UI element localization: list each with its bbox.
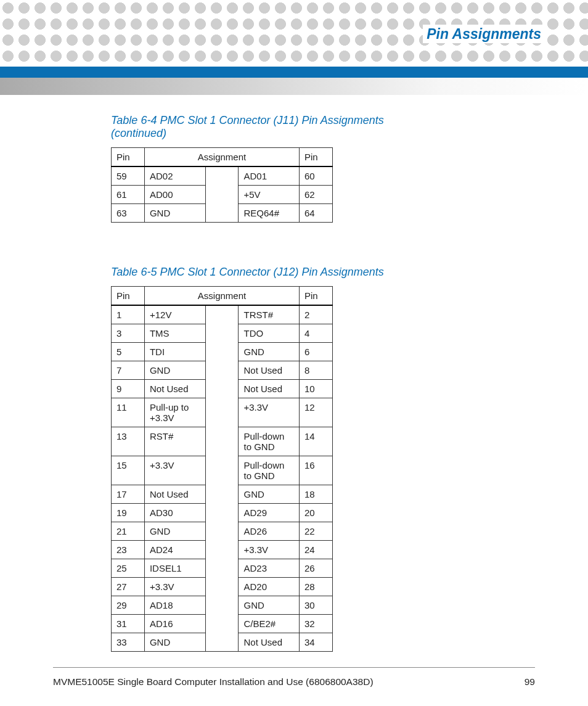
table-row: 33GNDNot Used34 — [112, 633, 333, 652]
assignment-right: Not Used — [239, 633, 300, 652]
table-row: 61AD00+5V62 — [112, 186, 333, 204]
assignment-gap — [205, 305, 239, 324]
header-blue-bar — [0, 67, 588, 78]
assignment-left: GND — [144, 361, 205, 380]
assignment-left: AD16 — [144, 615, 205, 633]
assignment-left: RST# — [144, 427, 205, 456]
pin-right: 34 — [300, 633, 333, 652]
pin-right: 12 — [300, 398, 333, 427]
assignment-left: AD24 — [144, 541, 205, 559]
assignment-gap — [205, 324, 239, 343]
col-assignment: Assignment — [144, 148, 299, 167]
assignment-gap — [205, 559, 239, 578]
assignment-gap — [205, 380, 239, 398]
assignment-right: AD20 — [239, 578, 300, 596]
pin-left: 15 — [112, 456, 145, 485]
assignment-right: Pull-down to GND — [239, 456, 300, 485]
col-assignment: Assignment — [144, 287, 299, 306]
assignment-right: TDO — [239, 324, 300, 343]
table-row: 23AD24+3.3V24 — [112, 541, 333, 559]
assignment-right: AD29 — [239, 504, 300, 522]
assignment-gap — [205, 343, 239, 361]
table-row: 11Pull-up to +3.3V+3.3V12 — [112, 398, 333, 427]
table-row: 15+3.3VPull-down to GND16 — [112, 456, 333, 485]
assignment-right: GND — [239, 343, 300, 361]
pin-right: 64 — [300, 204, 333, 223]
assignment-left: +3.3V — [144, 456, 205, 485]
assignment-left: +12V — [144, 305, 205, 324]
table-header-row: Pin Assignment Pin — [112, 287, 333, 306]
assignment-gap — [205, 485, 239, 504]
assignment-right: AD26 — [239, 522, 300, 541]
table-row: 25IDSEL1AD2326 — [112, 559, 333, 578]
pin-right: 28 — [300, 578, 333, 596]
assignment-right: Not Used — [239, 380, 300, 398]
table-row: 29AD18GND30 — [112, 596, 333, 615]
assignment-gap — [205, 398, 239, 427]
assignment-left: AD30 — [144, 504, 205, 522]
assignment-right: AD01 — [239, 166, 300, 186]
pin-right: 32 — [300, 615, 333, 633]
assignment-left: GND — [144, 633, 205, 652]
assignment-left: AD00 — [144, 186, 205, 204]
pin-table-j11: Pin Assignment Pin 59AD02AD016061AD00+5V… — [111, 147, 333, 223]
pin-left: 23 — [112, 541, 145, 559]
assignment-left: Not Used — [144, 485, 205, 504]
assignment-right: AD23 — [239, 559, 300, 578]
assignment-gap — [205, 633, 239, 652]
footer: MVME51005E Single Board Computer Install… — [53, 676, 535, 688]
table-header-row: Pin Assignment Pin — [112, 148, 333, 167]
assignment-gap — [205, 578, 239, 596]
pin-left: 3 — [112, 324, 145, 343]
pin-left: 21 — [112, 522, 145, 541]
assignment-left: GND — [144, 204, 205, 223]
table-row: 17Not UsedGND18 — [112, 485, 333, 504]
pin-left: 29 — [112, 596, 145, 615]
assignment-right: TRST# — [239, 305, 300, 324]
pin-left: 61 — [112, 186, 145, 204]
col-pin-left: Pin — [112, 148, 145, 167]
pin-right: 62 — [300, 186, 333, 204]
pin-left: 13 — [112, 427, 145, 456]
pin-right: 6 — [300, 343, 333, 361]
pin-left: 33 — [112, 633, 145, 652]
pin-right: 20 — [300, 504, 333, 522]
table-row: 3TMSTDO4 — [112, 324, 333, 343]
table-row: 27+3.3VAD2028 — [112, 578, 333, 596]
assignment-right: +3.3V — [239, 398, 300, 427]
footer-rule — [53, 667, 535, 668]
assignment-right: Not Used — [239, 361, 300, 380]
pin-left: 59 — [112, 166, 145, 186]
table-row: 9Not UsedNot Used10 — [112, 380, 333, 398]
assignment-left: AD02 — [144, 166, 205, 186]
pin-left: 11 — [112, 398, 145, 427]
pin-right: 14 — [300, 427, 333, 456]
assignment-gap — [205, 541, 239, 559]
table-row: 19AD30AD2920 — [112, 504, 333, 522]
assignment-left: GND — [144, 522, 205, 541]
pin-left: 63 — [112, 204, 145, 223]
table-row: 63GNDREQ64#64 — [112, 204, 333, 223]
pin-left: 27 — [112, 578, 145, 596]
table-caption: Table 6-5 PMC Slot 1 Connector (J12) Pin… — [111, 266, 431, 279]
pin-right: 26 — [300, 559, 333, 578]
assignment-gap — [205, 596, 239, 615]
assignment-gap — [205, 166, 239, 186]
footer-doc-title: MVME51005E Single Board Computer Install… — [53, 676, 374, 688]
assignment-gap — [205, 186, 239, 204]
pin-right: 4 — [300, 324, 333, 343]
pin-right: 2 — [300, 305, 333, 324]
pin-left: 19 — [112, 504, 145, 522]
pin-left: 31 — [112, 615, 145, 633]
assignment-gap — [205, 456, 239, 485]
assignment-gap — [205, 615, 239, 633]
assignment-left: Pull-up to +3.3V — [144, 398, 205, 427]
table-row: 7GNDNot Used8 — [112, 361, 333, 380]
table-row: 5TDIGND6 — [112, 343, 333, 361]
table-row: 1+12VTRST#2 — [112, 305, 333, 324]
section-title: Pin Assignments — [427, 26, 541, 43]
pin-right: 16 — [300, 456, 333, 485]
assignment-gap — [205, 522, 239, 541]
assignment-left: TDI — [144, 343, 205, 361]
assignment-right: GND — [239, 596, 300, 615]
